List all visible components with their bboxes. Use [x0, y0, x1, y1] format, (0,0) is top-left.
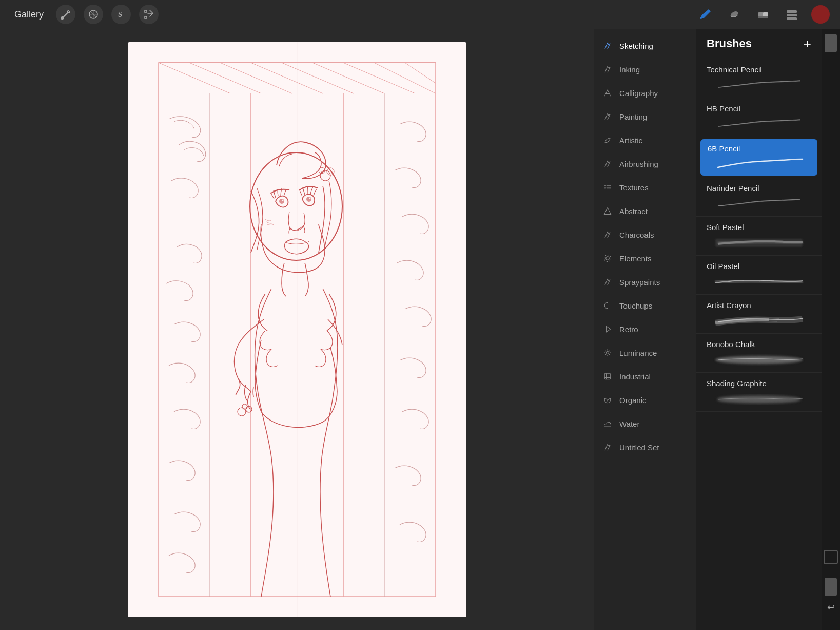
brush-item-oil-pastel[interactable]: Oil Pastel	[696, 256, 822, 295]
svg-point-41	[606, 257, 610, 260]
category-item-calligraphy[interactable]: Calligraphy	[594, 81, 696, 105]
category-label: Textures	[619, 183, 649, 192]
svg-rect-44	[604, 373, 610, 379]
pencil-icon	[602, 40, 613, 51]
category-item-sketching[interactable]: Sketching	[594, 34, 696, 58]
layers-icon	[785, 7, 799, 22]
svg-point-42	[604, 255, 611, 261]
organic-icon	[602, 394, 613, 406]
svg-point-3	[730, 10, 739, 19]
layers-button[interactable]	[783, 5, 801, 24]
category-label: Water	[619, 419, 639, 428]
paint-icon	[602, 111, 613, 122]
svg-rect-6	[758, 16, 768, 18]
transform-button[interactable]	[139, 5, 159, 24]
category-label: Charcoals	[619, 231, 654, 239]
brush-list-header: Brushes +	[696, 29, 822, 59]
brush-tool-button[interactable]	[696, 5, 715, 24]
brush-item-hb-pencil[interactable]: HB Pencil	[696, 98, 822, 137]
brush-item-soft-pastel[interactable]: Soft Pastel	[696, 217, 822, 256]
category-item-water[interactable]: Water	[594, 412, 696, 435]
untitled-icon	[602, 442, 613, 453]
category-item-painting[interactable]: Painting	[594, 105, 696, 128]
category-item-retro[interactable]: Retro	[594, 317, 696, 341]
brush-stroke-preview	[707, 235, 811, 249]
brush-item-shading-graphite[interactable]: Shading Graphite	[696, 373, 822, 412]
brush-item-artist-crayon[interactable]: Artist Crayon	[696, 295, 822, 334]
brush-item-technical-pencil[interactable]: Technical Pencil	[696, 59, 822, 98]
category-item-luminance[interactable]: Luminance	[594, 341, 696, 365]
industrial-icon	[602, 371, 613, 382]
brush-stroke-preview	[707, 116, 811, 130]
category-item-organic[interactable]: Organic	[594, 388, 696, 412]
category-item-untitled[interactable]: Untitled Set	[594, 435, 696, 459]
svg-text:S: S	[118, 11, 122, 18]
selection-icon: S	[116, 9, 126, 20]
category-item-charcoals[interactable]: Charcoals	[594, 223, 696, 246]
undo-button[interactable]: ↩	[824, 600, 838, 615]
category-item-inking[interactable]: Inking	[594, 58, 696, 81]
selection-button[interactable]: S	[111, 5, 131, 24]
ink-icon	[602, 64, 613, 75]
top-toolbar: Gallery S	[0, 0, 840, 29]
textures-icon	[602, 182, 613, 193]
brush-list: Technical Pencil HB Pencil 6B Pencil Nar…	[696, 59, 822, 630]
category-label: Retro	[619, 325, 638, 334]
category-label: Painting	[619, 112, 647, 121]
add-brush-button[interactable]: +	[804, 37, 811, 50]
category-item-airbrushing[interactable]: Airbrushing	[594, 152, 696, 176]
square-button[interactable]	[824, 550, 838, 564]
brush-name: Bonobo Chalk	[707, 340, 811, 349]
retro-icon	[602, 323, 613, 335]
canvas-area	[0, 29, 594, 630]
scroll-handle-bottom[interactable]	[825, 578, 837, 596]
svg-point-37	[282, 199, 283, 201]
svg-marker-40	[604, 207, 611, 214]
svg-point-36	[279, 199, 284, 204]
category-item-elements[interactable]: Elements	[594, 246, 696, 270]
svg-point-38	[306, 197, 311, 202]
category-item-industrial[interactable]: Industrial	[594, 365, 696, 388]
brush-stroke-preview	[707, 391, 811, 405]
category-item-artistic[interactable]: Artistic	[594, 128, 696, 152]
brush-name: Artist Crayon	[707, 301, 811, 310]
smudge-tool-button[interactable]	[725, 5, 744, 24]
airbrush-icon	[602, 158, 613, 169]
brush-name: HB Pencil	[707, 104, 811, 113]
category-item-touchups[interactable]: Touchups	[594, 294, 696, 317]
brush-name: Shading Graphite	[707, 379, 811, 388]
brush-name: 6B Pencil	[708, 144, 810, 153]
wrench-button[interactable]	[56, 5, 75, 24]
category-label: Abstract	[619, 207, 648, 216]
brush-name: Narinder Pencil	[707, 184, 811, 193]
brush-item-6b-pencil[interactable]: 6B Pencil	[700, 139, 817, 176]
svg-point-49	[718, 397, 800, 402]
category-item-textures[interactable]: Textures	[594, 176, 696, 199]
adjust-icon	[88, 9, 99, 20]
brush-item-bonobo-chalk[interactable]: Bonobo Chalk	[696, 334, 822, 373]
toolbar-right	[696, 5, 830, 24]
brush-stroke-preview	[707, 313, 811, 327]
brush-item-narinder-pencil[interactable]: Narinder Pencil	[696, 178, 822, 217]
category-label: Organic	[619, 396, 647, 405]
color-swatch[interactable]	[811, 5, 830, 24]
category-item-abstract[interactable]: Abstract	[594, 199, 696, 223]
scroll-handle-top[interactable]	[825, 34, 837, 52]
transform-icon	[144, 9, 154, 20]
brush-stroke-preview	[708, 156, 810, 170]
eraser-tool-button[interactable]	[754, 5, 772, 24]
artistic-icon	[602, 135, 613, 146]
category-list: Sketching Inking Calligraphy Painting Ar…	[594, 29, 696, 630]
eraser-icon	[756, 7, 770, 22]
smudge-icon	[727, 7, 741, 22]
brush-list-panel: Brushes + Technical Pencil HB Pencil 6B …	[696, 29, 822, 630]
right-panel: Sketching Inking Calligraphy Painting Ar…	[594, 29, 840, 630]
brush-stroke-preview	[707, 352, 811, 366]
brush-stroke-preview	[707, 196, 811, 210]
category-label: Elements	[619, 254, 652, 263]
category-item-spraypaints[interactable]: Spraypaints	[594, 270, 696, 294]
abstract-icon	[602, 205, 613, 217]
category-label: Artistic	[619, 136, 642, 145]
adjust-button[interactable]	[84, 5, 103, 24]
gallery-button[interactable]: Gallery	[10, 7, 48, 22]
